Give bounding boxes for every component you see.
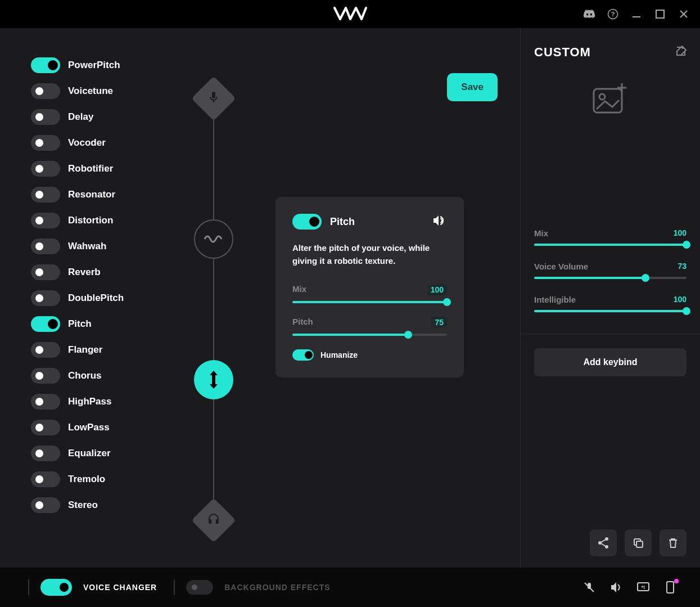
copy-button[interactable] xyxy=(625,529,652,556)
effect-toggle-robotifier[interactable] xyxy=(31,161,60,177)
effect-label[interactable]: Reverb xyxy=(68,267,101,278)
close-icon[interactable] xyxy=(678,8,690,20)
effect-label[interactable]: Robotifier xyxy=(68,163,113,174)
effect-list: PowerPitchVoicetuneDelayVocoderRobotifie… xyxy=(31,56,177,514)
slider-track[interactable] xyxy=(534,277,687,279)
chain-input-node xyxy=(194,79,233,118)
effect-toggle-lowpass[interactable] xyxy=(31,420,60,435)
headphones-icon xyxy=(206,512,221,529)
discord-icon[interactable] xyxy=(583,8,595,20)
share-button[interactable] xyxy=(590,529,617,556)
effect-toggle-stereo[interactable] xyxy=(31,497,60,513)
image-placeholder-icon[interactable] xyxy=(591,82,630,116)
volume-icon[interactable] xyxy=(609,580,624,595)
mute-mic-icon[interactable] xyxy=(582,580,597,595)
effect-toggle-pitch[interactable] xyxy=(31,316,60,332)
custom-slider-mix: Mix100 xyxy=(534,228,687,246)
effect-item-distortion: Distortion xyxy=(31,212,177,230)
background-effects-toggle[interactable] xyxy=(186,580,213,595)
speaker-icon[interactable] xyxy=(432,214,447,229)
effect-item-vocoder: Vocoder xyxy=(31,134,177,152)
effect-label[interactable]: Wahwah xyxy=(68,241,106,252)
effect-toggle-resonator[interactable] xyxy=(31,187,60,203)
effect-toggle-equalizer[interactable] xyxy=(31,446,60,461)
effect-toggle-chorus[interactable] xyxy=(31,368,60,384)
slider-label: Pitch xyxy=(292,317,313,328)
slider-value: 100 xyxy=(674,295,687,304)
minimize-icon[interactable] xyxy=(630,8,643,20)
effect-detail-card: Pitch Alter the pitch of your voice, whi… xyxy=(276,197,464,377)
detail-description: Alter the pitch of your voice, while giv… xyxy=(292,242,447,267)
edit-icon[interactable] xyxy=(675,46,687,59)
effect-item-equalizer: Equalizer xyxy=(31,444,177,462)
svg-rect-13 xyxy=(667,582,674,593)
center-area: Save PowerPitchVoicetuneDelayVocoderRobo… xyxy=(0,28,520,568)
voice-changer-toggle[interactable] xyxy=(40,579,72,596)
effect-label[interactable]: Pitch xyxy=(68,318,92,330)
effect-label[interactable]: Equalizer xyxy=(68,448,111,459)
effect-toggle-tremolo[interactable] xyxy=(31,471,60,487)
effect-toggle-delay[interactable] xyxy=(31,109,60,125)
chain-pitch-node[interactable] xyxy=(194,360,233,399)
svg-rect-3 xyxy=(656,10,664,18)
svg-text:?: ? xyxy=(611,11,615,17)
microphone-icon xyxy=(207,91,220,106)
detail-toggle[interactable] xyxy=(292,214,322,230)
effect-toggle-highpass[interactable] xyxy=(31,394,60,410)
effect-toggle-powerpitch[interactable] xyxy=(31,57,60,73)
maximize-icon[interactable] xyxy=(654,8,666,20)
effect-item-wahwah: Wahwah xyxy=(31,237,177,255)
effect-toggle-doublepitch[interactable] xyxy=(31,290,60,306)
effect-label[interactable]: DoublePitch xyxy=(68,293,124,304)
effect-label[interactable]: Resonator xyxy=(68,189,115,200)
effect-item-doublepitch: DoublePitch xyxy=(31,289,177,307)
slider-track[interactable] xyxy=(292,334,447,336)
effect-label[interactable]: Voicetune xyxy=(68,86,113,97)
effect-toggle-voicetune[interactable] xyxy=(31,83,60,99)
effect-label[interactable]: PowerPitch xyxy=(68,60,120,71)
titlebar: ? xyxy=(0,0,700,28)
help-icon[interactable]: ? xyxy=(607,8,619,20)
effect-item-powerpitch: PowerPitch xyxy=(31,56,177,74)
slider-track[interactable] xyxy=(534,244,687,246)
effect-item-robotifier: Robotifier xyxy=(31,160,177,178)
effect-label[interactable]: Stereo xyxy=(68,500,98,511)
effect-toggle-vocoder[interactable] xyxy=(31,135,60,151)
humanize-toggle[interactable] xyxy=(292,349,314,361)
detail-slider-mix: Mix100 xyxy=(292,284,447,303)
signal-chain xyxy=(194,79,233,540)
chain-powerpitch-node[interactable] xyxy=(194,219,233,259)
effect-item-voicetune: Voicetune xyxy=(31,82,177,100)
effect-label[interactable]: Vocoder xyxy=(68,137,106,149)
effect-label[interactable]: Delay xyxy=(68,111,93,123)
effect-item-reverb: Reverb xyxy=(31,263,177,281)
effect-label[interactable]: HighPass xyxy=(68,396,111,407)
effect-label[interactable]: Flanger xyxy=(68,344,102,356)
effect-label[interactable]: Chorus xyxy=(68,370,102,381)
app-logo xyxy=(333,7,367,21)
effect-toggle-reverb[interactable] xyxy=(31,264,60,280)
effect-item-delay: Delay xyxy=(31,108,177,126)
effect-label[interactable]: Distortion xyxy=(68,215,113,226)
effect-label[interactable]: LowPass xyxy=(68,422,110,433)
save-button[interactable]: Save xyxy=(447,73,498,101)
detail-slider-pitch: Pitch75 xyxy=(292,317,447,336)
chain-output-node xyxy=(194,501,233,540)
slider-value: 100 xyxy=(427,284,447,295)
effect-item-tremolo: Tremolo xyxy=(31,470,177,488)
device-icon[interactable] xyxy=(663,580,678,595)
slider-track[interactable] xyxy=(534,310,687,312)
effect-item-lowpass: LowPass xyxy=(31,419,177,437)
effect-label[interactable]: Tremolo xyxy=(68,474,105,485)
soundboard-icon[interactable]: *! xyxy=(636,580,651,595)
effect-toggle-wahwah[interactable] xyxy=(31,239,60,254)
slider-track[interactable] xyxy=(292,301,447,303)
effect-item-chorus: Chorus xyxy=(31,367,177,385)
effect-toggle-flanger[interactable] xyxy=(31,342,60,358)
svg-text:*!: *! xyxy=(642,584,645,590)
effect-toggle-distortion[interactable] xyxy=(31,213,60,228)
custom-panel: CUSTOM Mix100Voice Volume73Intelligible1… xyxy=(520,28,700,568)
svg-rect-2 xyxy=(633,16,640,17)
delete-button[interactable] xyxy=(660,529,687,556)
add-keybind-button[interactable]: Add keybind xyxy=(534,348,687,376)
